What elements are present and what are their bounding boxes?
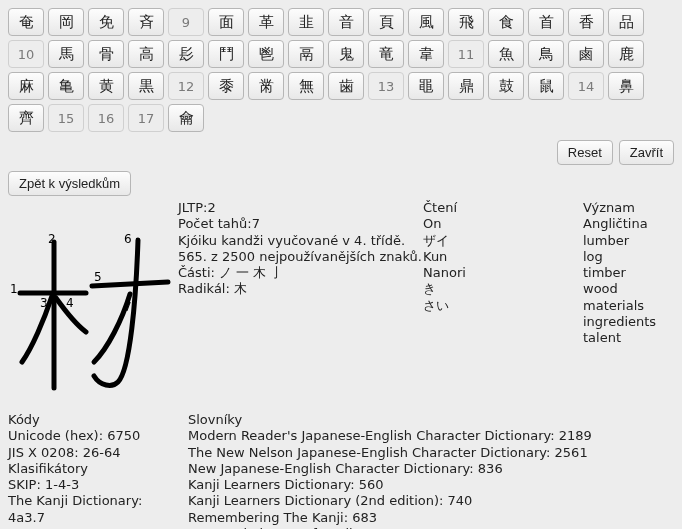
stroke-num-3: 3 xyxy=(40,296,48,310)
tkd-value: The Kanji Dictionary: 4a3.7 xyxy=(8,493,180,526)
radical-cell[interactable]: 魚 xyxy=(488,40,524,68)
radical-cell[interactable]: 斉 xyxy=(128,8,164,36)
radical-cell[interactable]: 鼻 xyxy=(608,72,644,100)
classifiers-header: Klasifikátory xyxy=(8,461,180,477)
on-value: ザイ xyxy=(423,233,583,249)
stroke-count-cell: 13 xyxy=(368,72,404,100)
dict-item: The New Nelson Japanese-English Characte… xyxy=(188,445,674,461)
radical-cell[interactable]: 免 xyxy=(88,8,124,36)
radical-cell[interactable]: 首 xyxy=(528,8,564,36)
nanori-label: Nanori xyxy=(423,265,583,281)
radical-cell[interactable]: 黒 xyxy=(128,72,164,100)
radical-cell[interactable]: 韋 xyxy=(408,40,444,68)
radical-cell[interactable]: 黄 xyxy=(88,72,124,100)
stroke-count-cell: 10 xyxy=(8,40,44,68)
radical-cell[interactable]: 頁 xyxy=(368,8,404,36)
radical-cell[interactable]: 黹 xyxy=(248,72,284,100)
radical-cell[interactable]: 鼎 xyxy=(448,72,484,100)
stroke-num-6: 6 xyxy=(124,232,132,246)
back-button[interactable]: Zpět k výsledkům xyxy=(8,171,131,196)
nanori-value-1: き xyxy=(423,281,583,297)
radical-cell[interactable]: 歯 xyxy=(328,72,364,100)
parts-value: Části: ノ 一 木 亅 xyxy=(178,265,423,281)
radical-cell[interactable]: 亀 xyxy=(48,72,84,100)
freq-value: 565. z 2500 nejpoužívanějších znaků. xyxy=(178,249,423,265)
readings-column: Čtení On ザイ Kun Nanori き さい xyxy=(423,200,583,314)
bottom-lists: Kódy Unicode (hex): 6750 JIS X 0208: 26-… xyxy=(8,412,674,529)
radical-cell[interactable]: 面 xyxy=(208,8,244,36)
radical-cell[interactable]: 髟 xyxy=(168,40,204,68)
stroke-count-cell: 12 xyxy=(168,72,204,100)
radical-cell[interactable]: 鬼 xyxy=(328,40,364,68)
meanings-column: Význam Angličtina lumber log timber wood… xyxy=(583,200,674,346)
stroke-num-5: 5 xyxy=(94,270,102,284)
kun-label: Kun xyxy=(423,249,583,265)
radical-cell[interactable]: 品 xyxy=(608,8,644,36)
jis-value: JIS X 0208: 26-64 xyxy=(8,445,180,461)
reset-button[interactable]: Reset xyxy=(557,140,613,165)
meaning-item: wood xyxy=(583,281,674,297)
radical-cell[interactable]: 鼓 xyxy=(488,72,524,100)
unicode-value: Unicode (hex): 6750 xyxy=(8,428,180,444)
stroke-count-cell: 9 xyxy=(168,8,204,36)
stroke-num-7: 7 xyxy=(124,300,132,314)
kanji-detail: 1 2 3 4 5 6 7 JLTP:2 Počet tahů:7 Kjóiku… xyxy=(8,200,674,400)
dicts-header: Slovníky xyxy=(188,412,674,428)
kanji-svg xyxy=(8,200,178,400)
radical-grid: 奄岡免斉9面革韭音頁風飛食首香品10馬骨高髟鬥鬯鬲鬼竜韋11魚鳥鹵鹿麻亀黄黒12… xyxy=(8,8,674,132)
dict-item: Kanji Learners Dictionary: 560 xyxy=(188,477,674,493)
radical-cell[interactable]: 齊 xyxy=(8,104,44,132)
radical-cell[interactable]: 鬲 xyxy=(288,40,324,68)
radical-cell[interactable]: 鹵 xyxy=(568,40,604,68)
codes-column: Kódy Unicode (hex): 6750 JIS X 0208: 26-… xyxy=(8,412,180,529)
radical-cell[interactable]: 高 xyxy=(128,40,164,68)
radical-cell[interactable]: 馬 xyxy=(48,40,84,68)
meaning-item: lumber xyxy=(583,233,674,249)
radical-cell[interactable]: 食 xyxy=(488,8,524,36)
on-label: On xyxy=(423,216,583,232)
radical-cell[interactable]: 韭 xyxy=(288,8,324,36)
radical-cell[interactable]: 麻 xyxy=(8,72,44,100)
dict-item: New Japanese-English Character Dictionar… xyxy=(188,461,674,477)
stroke-count-cell: 17 xyxy=(128,104,164,132)
radical-cell[interactable]: 黍 xyxy=(208,72,244,100)
radical-cell[interactable]: 奄 xyxy=(8,8,44,36)
radical-cell[interactable]: 飛 xyxy=(448,8,484,36)
dict-item: Kanji Learners Dictionary (2nd edition):… xyxy=(188,493,674,509)
stroke-num-4: 4 xyxy=(66,296,74,310)
radical-cell[interactable]: 風 xyxy=(408,8,444,36)
radical-cell[interactable]: 鹿 xyxy=(608,40,644,68)
radical-cell[interactable]: 革 xyxy=(248,8,284,36)
stroke-count-cell: 15 xyxy=(48,104,84,132)
radical-cell[interactable]: 鼠 xyxy=(528,72,564,100)
radical-cell[interactable]: 鳥 xyxy=(528,40,564,68)
meanings-lang: Angličtina xyxy=(583,216,674,232)
radical-cell[interactable]: 竜 xyxy=(368,40,404,68)
stroke-num-2: 2 xyxy=(48,232,56,246)
radical-cell[interactable]: 音 xyxy=(328,8,364,36)
nanori-value-2: さい xyxy=(423,298,583,314)
codes-header: Kódy xyxy=(8,412,180,428)
kyoiku-value: Kjóiku kandži vyučované v 4. třídě. xyxy=(178,233,423,249)
radical-cell[interactable]: 黽 xyxy=(408,72,444,100)
radical-cell[interactable]: 岡 xyxy=(48,8,84,36)
meaning-item: ingredients xyxy=(583,314,674,330)
meaning-item: log xyxy=(583,249,674,265)
info-column: JLTP:2 Počet tahů:7 Kjóiku kandži vyučov… xyxy=(178,200,423,298)
dict-item: Modern Reader's Japanese-English Charact… xyxy=(188,428,674,444)
radical-cell[interactable]: 骨 xyxy=(88,40,124,68)
radical-value: Radikál: 木 xyxy=(178,281,423,297)
meaning-item: timber xyxy=(583,265,674,281)
radical-cell[interactable]: 香 xyxy=(568,8,604,36)
meaning-item: materials xyxy=(583,298,674,314)
stroke-count-cell: 11 xyxy=(448,40,484,68)
jltp-value: JLTP:2 xyxy=(178,200,423,216)
radical-cell[interactable]: 龠 xyxy=(168,104,204,132)
radical-cell[interactable]: 無 xyxy=(288,72,324,100)
close-button[interactable]: Zavřít xyxy=(619,140,674,165)
stroke-count-cell: 14 xyxy=(568,72,604,100)
skip-value: SKIP: 1-4-3 xyxy=(8,477,180,493)
stroke-num-1: 1 xyxy=(10,282,18,296)
radical-cell[interactable]: 鬯 xyxy=(248,40,284,68)
radical-cell[interactable]: 鬥 xyxy=(208,40,244,68)
